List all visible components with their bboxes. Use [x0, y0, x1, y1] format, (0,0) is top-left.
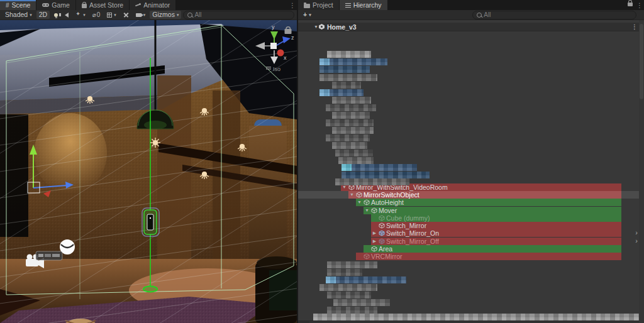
speaker-icon	[65, 13, 69, 18]
hierarchy-row-vrcmirror[interactable]: VRCMirror	[298, 253, 644, 260]
scene-visibility-button[interactable]: ⌀ 0	[90, 11, 103, 19]
scene-view-panel: # Scene Game Asset Store Animator ⋮ Shad…	[0, 0, 297, 323]
axis-z-label: z	[291, 35, 294, 41]
axis-x-ball[interactable]	[277, 50, 284, 57]
tab-game[interactable]: Game	[36, 0, 75, 10]
redacted-hierarchy-row[interactable]	[333, 299, 390, 306]
redacted-hierarchy-row[interactable]	[338, 157, 374, 164]
hierarchy-empty-area[interactable]	[298, 320, 644, 323]
redacted-hierarchy-row[interactable]	[326, 104, 376, 111]
redacted-hierarchy-row[interactable]	[332, 112, 370, 119]
axis-y-label: y	[272, 24, 275, 30]
component-tools-button[interactable]	[121, 11, 131, 19]
create-object-dropdown[interactable]: + ▾	[301, 11, 314, 19]
redacted-hierarchy-row[interactable]	[319, 89, 364, 96]
redacted-hierarchy-row[interactable]	[327, 292, 371, 298]
redacted-hierarchy-row[interactable]	[327, 269, 362, 276]
object-name: Mover	[379, 207, 397, 214]
scene-name: Home_v3	[327, 23, 357, 31]
redacted-hierarchy-row[interactable]	[327, 51, 371, 58]
expand-triangle-icon[interactable]: ▶	[372, 238, 377, 245]
scene-render: y z x Iso	[0, 20, 297, 323]
redacted-hierarchy-row[interactable]	[332, 127, 374, 134]
hierarchy-search-input[interactable]: All	[472, 11, 636, 19]
redacted-hierarchy-row[interactable]	[326, 119, 374, 126]
scrollbar-thumb[interactable]	[640, 24, 643, 99]
asset-store-icon	[82, 4, 87, 8]
prefab-nav-chevron-icon[interactable]: ›	[635, 229, 638, 236]
hierarchy-tree: ▼ Home_v3 ⋮ ▼ Mirror_WithSwitch_VideoRoo…	[298, 20, 644, 323]
redacted-hierarchy-row[interactable]	[341, 172, 430, 178]
axis-x-label: x	[284, 55, 287, 61]
redacted-hierarchy-row[interactable]	[319, 58, 387, 65]
hierarchy-row-autoheight[interactable]: ▼ AutoHeight	[298, 199, 644, 206]
axis-center-cube[interactable]	[270, 43, 277, 49]
expand-triangle-icon[interactable]: ▼	[364, 207, 370, 214]
prefab-nav-chevron-icon[interactable]: ›	[635, 237, 638, 244]
plus-icon: +	[303, 11, 307, 19]
gizmos-dropdown[interactable]: Gizmos ▾	[150, 11, 181, 19]
redacted-hierarchy-row[interactable]	[327, 261, 377, 268]
hierarchy-row-cube-dummy-[interactable]: Cube (dummy)	[298, 214, 644, 222]
effects-star-icon	[75, 12, 81, 18]
hierarchy-row-mover[interactable]: ▼ Mover	[298, 207, 644, 214]
tab-asset-store[interactable]: Asset Store	[76, 0, 129, 10]
lock-icon[interactable]	[628, 3, 633, 6]
hierarchy-toolbar: + ▾ All	[298, 10, 644, 20]
scene-effects-dropdown[interactable]: ▾	[73, 11, 88, 19]
redacted-hierarchy-row[interactable]	[332, 142, 367, 149]
expand-triangle-icon[interactable]: ▼	[349, 191, 355, 199]
redacted-hierarchy-row[interactable]	[335, 150, 373, 156]
scene-search-input[interactable]: All	[183, 11, 294, 19]
light-gizmo-icon[interactable]	[150, 138, 160, 148]
gizmos-label: Gizmos	[152, 11, 175, 19]
toggle-2d-button[interactable]: 2D	[36, 11, 50, 19]
redacted-hierarchy-row[interactable]	[326, 276, 406, 283]
tab-hierarchy-label: Hierarchy	[353, 1, 382, 9]
redacted-hierarchy-row[interactable]	[319, 284, 377, 291]
redacted-hierarchy-row[interactable]	[319, 74, 377, 81]
hierarchy-row-switch-mirror-on[interactable]: ▶ Switch_Mirror_On›	[298, 229, 644, 237]
redacted-hierarchy-row[interactable]	[326, 134, 370, 141]
scene-header-menu-icon[interactable]: ⋮	[630, 23, 639, 30]
hierarchy-row-area[interactable]: Area	[298, 245, 644, 253]
redacted-hierarchy-row[interactable]	[319, 66, 370, 73]
scene-header-row[interactable]: ▼ Home_v3 ⋮	[298, 23, 644, 31]
scene-audio-button[interactable]	[62, 11, 71, 19]
redacted-hierarchy-row[interactable]	[332, 82, 361, 89]
redacted-hierarchy-row[interactable]	[341, 164, 417, 171]
tab-animator[interactable]: Animator	[130, 0, 175, 10]
grid-snap-dropdown[interactable]: ▾	[104, 11, 119, 19]
object-name: VRCMirror	[371, 253, 402, 260]
search-icon	[477, 13, 482, 18]
tab-scene[interactable]: # Scene	[0, 0, 36, 10]
hierarchy-row-switch-mirror-off[interactable]: ▶ Switch_Mirror_Off›	[298, 238, 644, 245]
redacted-hierarchy-row[interactable]	[332, 97, 371, 104]
redacted-hierarchy-row[interactable]	[327, 307, 377, 314]
redacted-hierarchy-row[interactable]	[313, 314, 643, 320]
scene-camera-dropdown[interactable]: ▾	[133, 11, 148, 19]
grid-icon	[107, 13, 112, 18]
hierarchy-row-mirrorswitchobject[interactable]: ▼ MirrorSwitchObject	[298, 191, 644, 199]
scene-panel-menu-icon[interactable]: ⋮	[288, 0, 297, 10]
hierarchy-scrollbar[interactable]	[639, 20, 644, 323]
hierarchy-row-switch-mirror[interactable]: Switch_Mirror	[298, 222, 644, 229]
column	[157, 75, 191, 285]
expand-triangle-icon[interactable]: ▶	[372, 229, 377, 237]
scene-tabbar: # Scene Game Asset Store Animator ⋮	[0, 0, 297, 10]
tab-hierarchy[interactable]: Hierarchy	[340, 0, 387, 10]
hierarchy-panel-menu-icon[interactable]: ⋮	[635, 0, 644, 10]
light-pool	[34, 113, 107, 194]
collapse-triangle-icon[interactable]: ▼	[313, 25, 319, 29]
chevron-down-icon: ▾	[309, 11, 311, 19]
tab-project[interactable]: Project	[298, 0, 339, 10]
hierarchy-list-icon	[345, 3, 351, 8]
eye-crossed-icon: ⌀	[92, 11, 96, 19]
scene-viewport[interactable]: y z x Iso	[0, 20, 297, 323]
redacted-hierarchy-row[interactable]	[335, 178, 409, 185]
expand-triangle-icon[interactable]: ▼	[357, 199, 362, 206]
shading-mode-dropdown[interactable]: Shaded ▾	[3, 11, 35, 19]
chevron-down-icon: ▾	[83, 11, 86, 19]
shading-mode-label: Shaded	[5, 11, 28, 19]
tab-scene-label: Scene	[12, 1, 31, 9]
